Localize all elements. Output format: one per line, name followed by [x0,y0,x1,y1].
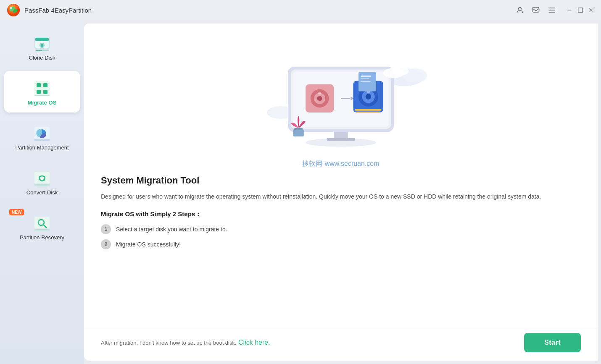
svg-point-5 [519,7,522,10]
svg-rect-36 [34,217,50,228]
watermark: 搜软网-www.secruan.com [84,158,598,175]
svg-rect-31 [34,139,50,141]
start-button[interactable]: Start [524,333,581,352]
svg-point-52 [317,96,322,101]
section-description: Designed for users who want to migrate t… [101,192,581,201]
new-badge: NEW [9,209,24,215]
clone-disk-icon [31,33,53,55]
close-button[interactable] [588,7,594,13]
sidebar-item-clone-disk-label: Clone Disk [29,55,55,61]
svg-rect-27 [43,90,47,94]
svg-point-53 [318,92,321,94]
hero-illustration [253,36,429,154]
sidebar-item-partition-recovery[interactable]: NEW Partition Recovery [4,206,80,247]
migrate-os-icon [31,78,53,100]
svg-rect-24 [37,83,41,87]
app-logo [7,3,20,17]
svg-point-18 [41,44,43,47]
svg-rect-65 [361,79,369,80]
svg-rect-25 [43,83,47,87]
user-icon[interactable] [515,5,525,15]
sidebar: Clone Disk Migrate OS [0,20,84,364]
footer-link[interactable]: Click here. [238,339,270,346]
sidebar-item-migrate-os-label: Migrate OS [28,100,57,106]
content-area: 搜软网-www.secruan.com System Migration Too… [84,24,598,361]
svg-rect-6 [533,7,539,12]
svg-point-59 [366,94,371,99]
main-layout: Clone Disk Migrate OS [0,20,601,364]
step-1-number: 1 [101,224,111,234]
footer-note: After migration, I don't know how to set… [101,340,237,346]
svg-rect-26 [37,90,41,94]
hero-area [84,24,598,158]
svg-rect-66 [361,81,371,82]
svg-rect-11 [578,8,583,13]
titlebar: PassFab 4EasyPartition [0,0,601,20]
svg-rect-45 [327,138,355,141]
convert-disk-icon [31,168,53,189]
content-footer: After migration, I don't know how to set… [84,326,598,361]
titlebar-right [515,5,594,15]
step-1: 1 Select a target disk you want to migra… [101,224,581,234]
footer-note-container: After migration, I don't know how to set… [101,339,270,346]
window-controls [567,7,594,13]
step-2-text: Migrate OS successfully! [116,241,181,248]
svg-rect-35 [34,184,50,186]
svg-rect-20 [36,50,38,51]
sidebar-item-convert-disk[interactable]: Convert Disk [4,161,80,202]
sidebar-item-clone-disk[interactable]: Clone Disk [4,26,80,68]
partition-management-icon [31,123,53,144]
svg-rect-16 [35,38,49,41]
section-title: System Migration Tool [101,175,581,186]
svg-rect-32 [34,172,50,183]
step-1-text: Select a target disk you want to migrate… [116,226,227,233]
steps-title: Migrate OS with Simply 2 Steps： [101,210,581,218]
titlebar-left: PassFab 4EasyPartition [7,3,92,17]
content-inner: 搜软网-www.secruan.com System Migration Too… [84,24,598,326]
sidebar-item-migrate-os[interactable]: Migrate OS [4,71,80,113]
svg-rect-70 [294,128,303,130]
svg-rect-23 [34,81,50,96]
sidebar-item-partition-recovery-label: Partition Recovery [20,234,64,241]
sidebar-item-partition-management-label: Partition Management [15,144,69,151]
svg-rect-62 [356,111,380,113]
svg-point-68 [393,67,409,76]
svg-rect-39 [34,229,50,230]
svg-point-4 [10,7,12,9]
svg-rect-22 [40,50,42,51]
step-2: 2 Migrate OS successfully! [101,239,581,249]
maximize-button[interactable] [577,7,583,13]
svg-rect-28 [34,95,50,96]
partition-recovery-icon [31,212,53,234]
sidebar-item-partition-management[interactable]: Partition Management [4,116,80,157]
svg-rect-61 [355,109,382,111]
message-icon[interactable] [531,5,540,15]
svg-rect-21 [38,50,40,51]
sidebar-item-convert-disk-label: Convert Disk [26,189,58,196]
svg-rect-69 [293,129,304,136]
text-content: System Migration Tool Designed for users… [84,175,598,326]
menu-icon[interactable] [547,5,556,15]
step-2-number: 2 [101,239,111,249]
minimize-button[interactable] [567,7,572,13]
app-title: PassFab 4EasyPartition [24,7,92,14]
svg-rect-64 [361,76,371,77]
